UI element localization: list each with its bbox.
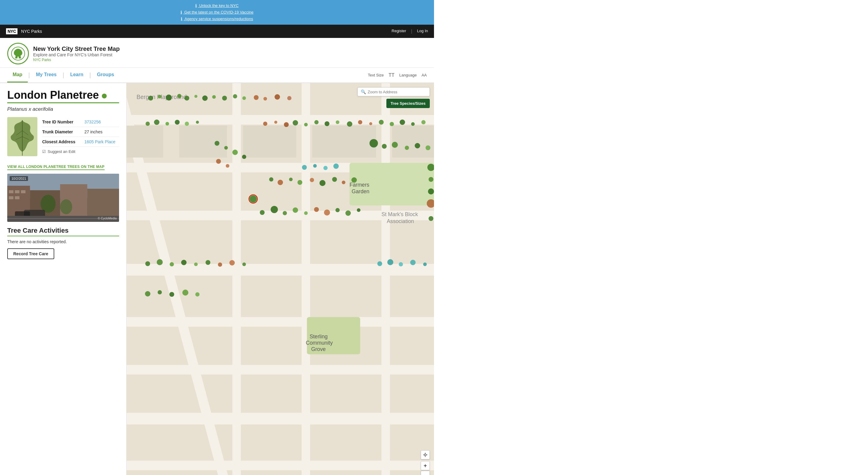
info-icon-2: ℹ <box>181 10 182 14</box>
navbar-left: NYC NYC Parks <box>6 28 42 34</box>
tree-common-name: London Planetree <box>7 89 99 101</box>
trunk-diameter-row: Trunk Diameter 27 inches <box>42 127 119 137</box>
photo-credit: © CycloMedia <box>98 217 117 220</box>
announcement-link-1[interactable]: ℹ Unlock the key to NYC <box>0 2 434 9</box>
svg-rect-14 <box>9 190 13 193</box>
suggest-edit-label: Suggest an Edit <box>48 149 75 154</box>
zoom-in-button[interactable]: + <box>421 461 430 470</box>
tree-name-underline <box>7 102 119 103</box>
site-header: New York City Street Tree Map Explore an… <box>0 38 434 68</box>
tree-id-label: Tree ID Number <box>42 120 84 124</box>
navbar-site-name: NYC Parks <box>21 29 42 34</box>
zoom-address-input[interactable] <box>368 90 427 94</box>
trunk-diameter-value: 27 inches <box>84 129 102 134</box>
login-link[interactable]: Log In <box>417 29 428 34</box>
svg-rect-37 <box>232 83 241 475</box>
svg-text:Community: Community <box>306 340 333 346</box>
no-activities-text: There are no activities reported. <box>7 239 119 244</box>
language-label: Language <box>399 73 417 77</box>
tree-care-section-heading: Tree Care Activities <box>7 227 119 236</box>
map-locate-button[interactable] <box>421 450 430 460</box>
leaf-image <box>7 117 37 156</box>
site-title: New York City Street Tree Map <box>33 45 120 53</box>
main-nav: Map | My Trees | Learn | Groups Text Siz… <box>0 68 434 83</box>
photo-date: 10/2/2021 <box>10 176 28 181</box>
left-panel: London Planetree Platanus x acerifolia <box>0 83 127 475</box>
nav-map[interactable]: Map <box>7 68 28 82</box>
tree-details: Tree ID Number 3732256 Trunk Diameter 27… <box>42 117 119 154</box>
nav-my-trees[interactable]: My Trees <box>30 68 62 82</box>
map-area[interactable]: St Mark's Block Association Farmers Gard… <box>127 83 434 475</box>
nyc-logo: NYC <box>6 28 18 34</box>
site-org-name: NYC Parks <box>33 58 120 62</box>
main-nav-right: Text Size TT Language AA <box>368 72 427 78</box>
nav-sep-2: | <box>62 72 65 78</box>
nav-groups[interactable]: Groups <box>92 68 120 82</box>
map-background: St Mark's Block Association Farmers Gard… <box>127 83 434 475</box>
street-scene-svg <box>7 174 119 222</box>
svg-point-160 <box>424 454 426 456</box>
tree-name-row: London Planetree <box>7 89 119 101</box>
svg-rect-15 <box>15 190 20 193</box>
site-logo <box>7 43 29 64</box>
zoom-address-bar: 🔍 <box>358 87 430 96</box>
announcement-link-2[interactable]: ℹ Get the latest on the COVID-19 Vaccine <box>0 9 434 15</box>
nav-sep-3: | <box>89 72 91 78</box>
edit-checkbox-icon: ☑ <box>42 149 46 154</box>
text-size-icon: TT <box>389 72 395 78</box>
leaf-icon <box>7 117 37 156</box>
svg-text:Grove: Grove <box>311 346 326 352</box>
tree-status-dot <box>102 94 107 98</box>
site-subtitle: Explore and Care For NYC's Urban Forest <box>33 53 120 57</box>
svg-rect-44 <box>179 126 227 158</box>
zoom-out-button[interactable]: − <box>421 471 430 475</box>
nav-learn[interactable]: Learn <box>65 68 89 82</box>
street-photo: 10/2/2021 © CycloMedia <box>7 174 119 222</box>
tree-scientific-name: Platanus x acerifolia <box>7 106 119 112</box>
svg-point-20 <box>60 199 72 214</box>
language-icon: AA <box>422 73 427 77</box>
register-link[interactable]: Register <box>392 29 406 34</box>
main-nav-links: Map | My Trees | Learn | Groups <box>7 68 120 82</box>
svg-rect-47 <box>392 126 434 158</box>
closest-address-row: Closest Address 1605 Park Place <box>42 137 119 147</box>
search-icon: 🔍 <box>361 90 366 94</box>
tree-id-value[interactable]: 3732256 <box>84 120 101 124</box>
closest-address-label: Closest Address <box>42 139 84 144</box>
parks-logo-icon <box>11 46 25 61</box>
nav-sep-1: | <box>28 72 30 78</box>
view-all-link[interactable]: VIEW ALL LONDON PLANETREE TREES ON THE M… <box>7 165 104 170</box>
svg-rect-39 <box>381 83 390 475</box>
tree-info-row: Tree ID Number 3732256 Trunk Diameter 27… <box>7 117 119 156</box>
trunk-diameter-label: Trunk Diameter <box>42 129 84 134</box>
svg-text:Association: Association <box>387 218 414 224</box>
announcement-link-3[interactable]: ℹ Agency service suspensions/reductions <box>0 15 434 22</box>
nav-divider: | <box>411 29 412 34</box>
svg-rect-18 <box>15 196 20 199</box>
info-icon-1: ℹ <box>195 3 197 8</box>
text-size-label: Text Size <box>368 73 384 77</box>
svg-rect-46 <box>312 126 376 158</box>
navbar: NYC NYC Parks Register | Log In <box>0 25 434 38</box>
map-zoom-controls: + − <box>421 450 430 475</box>
svg-rect-17 <box>9 196 13 199</box>
info-icon-3: ℹ <box>181 16 182 21</box>
svg-text:St Mark's Block: St Mark's Block <box>381 211 418 217</box>
site-title-block: New York City Street Tree Map Explore an… <box>33 45 120 62</box>
announcement-bar: ℹ Unlock the key to NYC ℹ Get the latest… <box>0 0 434 25</box>
tree-species-button[interactable]: Tree Species/Sizes <box>386 99 430 108</box>
record-tree-care-button[interactable]: Record Tree Care <box>7 248 54 259</box>
main-layout: London Planetree Platanus x acerifolia <box>0 83 434 475</box>
svg-rect-45 <box>243 126 296 158</box>
svg-text:Farmers: Farmers <box>350 182 370 188</box>
closest-address-value[interactable]: 1605 Park Place <box>84 139 116 144</box>
svg-text:Garden: Garden <box>352 189 370 195</box>
map-overlay-controls: 🔍 Tree Species/Sizes <box>358 87 430 108</box>
suggest-edit-row[interactable]: ☑ Suggest an Edit <box>42 149 119 154</box>
locate-icon <box>423 452 428 457</box>
svg-rect-16 <box>21 190 26 193</box>
svg-text:Bergen Playground: Bergen Playground <box>136 94 187 100</box>
svg-rect-38 <box>302 83 310 475</box>
street-photo-canvas <box>7 174 119 222</box>
svg-text:Sterling: Sterling <box>310 334 328 340</box>
